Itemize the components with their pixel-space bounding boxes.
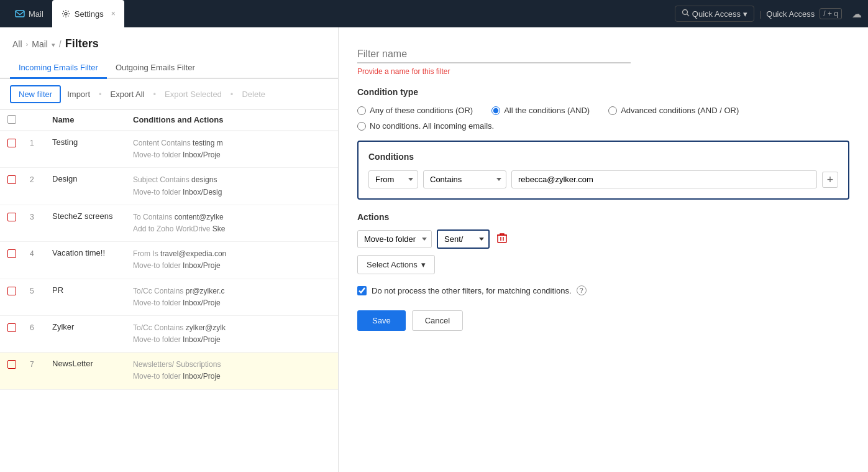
- condition-field-select[interactable]: From To Cc Subject: [368, 170, 418, 188]
- row-conditions: To/Cc Contains zylker@zylk Move-to folde…: [133, 322, 331, 346]
- action-folder-select[interactable]: Sent/ Inbox/ Trash/ Archive/: [437, 229, 490, 249]
- import-button[interactable]: Import: [67, 90, 90, 99]
- main-container: All › Mail ▾ / Filters Incoming Emails F…: [0, 27, 868, 472]
- no-process-checkbox[interactable]: [357, 286, 367, 295]
- breadcrumb-current: Filters: [65, 37, 99, 50]
- row-name: Design: [52, 174, 133, 183]
- quick-access-dropdown[interactable]: Quick Access ▾: [675, 6, 754, 22]
- settings-tab-label: Settings: [75, 9, 104, 19]
- tab-outgoing[interactable]: Outgoing Emails Filter: [107, 58, 204, 79]
- cancel-button[interactable]: Cancel: [412, 310, 463, 331]
- radio-any[interactable]: Any of these conditions (OR): [357, 106, 473, 115]
- no-process-label: Do not process the other filters, for ma…: [372, 286, 572, 295]
- row-number: 3: [30, 211, 52, 221]
- mail-tab[interactable]: Mail: [6, 0, 52, 27]
- svg-rect-4: [498, 235, 506, 243]
- breadcrumb-mail[interactable]: Mail ▾: [32, 39, 55, 49]
- table-row[interactable]: 6 Zylker To/Cc Contains zylker@zylk Move…: [0, 316, 338, 353]
- action-row-1: Move-to folder Copy-to folder Mark as Fo…: [357, 229, 849, 249]
- radio-any-input[interactable]: [357, 106, 366, 115]
- actions-section: Actions Move-to folder Copy-to folder Ma…: [357, 212, 849, 274]
- delete-button[interactable]: Delete: [242, 90, 265, 99]
- svg-line-3: [687, 14, 689, 17]
- settings-icon: [61, 9, 71, 19]
- left-panel: All › Mail ▾ / Filters Incoming Emails F…: [0, 27, 339, 472]
- right-panel: Provide a name for this filter Condition…: [339, 27, 868, 472]
- row-checkbox[interactable]: [7, 359, 30, 371]
- row-name: StecheZ screens: [52, 211, 133, 221]
- table-row[interactable]: 4 Vacation time!! From Is travel@expedia…: [0, 242, 338, 279]
- condition-type-title: Condition type: [357, 87, 849, 97]
- toolbar: New filter Import • Export All • Export …: [0, 79, 338, 110]
- header-name: Name: [52, 115, 133, 126]
- radio-no-conditions-input[interactable]: [357, 122, 366, 131]
- export-all-button[interactable]: Export All: [111, 90, 145, 99]
- row-checkbox[interactable]: [7, 248, 30, 260]
- cloud-icon[interactable]: ☁: [852, 8, 862, 20]
- select-actions-button[interactable]: Select Actions ▾: [357, 255, 435, 274]
- row-conditions: To Contains content@zylke Add to Zoho Wo…: [133, 211, 331, 235]
- select-actions-chevron: ▾: [421, 260, 426, 269]
- condition-value-input[interactable]: [511, 170, 817, 188]
- quick-access-shortcut: / + q: [820, 8, 842, 19]
- row-number: 2: [30, 174, 52, 184]
- condition-type-radio-group: Any of these conditions (OR) All the con…: [357, 106, 849, 115]
- filter-table: Name Conditions and Actions 1 Testing Co…: [0, 110, 338, 472]
- close-tab-icon[interactable]: ×: [111, 9, 116, 18]
- row-checkbox[interactable]: [7, 211, 30, 223]
- radio-all-input[interactable]: [491, 106, 500, 115]
- save-button[interactable]: Save: [357, 310, 406, 331]
- header-conditions: Conditions and Actions: [133, 115, 331, 126]
- row-checkbox[interactable]: [7, 285, 30, 297]
- table-row[interactable]: 1 Testing Content Contains testing m Mov…: [0, 131, 338, 168]
- row-checkbox[interactable]: [7, 174, 30, 186]
- header-checkbox[interactable]: [7, 115, 30, 126]
- radio-no-conditions[interactable]: No conditions. All incoming emails.: [357, 121, 849, 131]
- breadcrumb-all[interactable]: All: [12, 39, 22, 49]
- quick-access-area: Quick Access ▾ | Quick Access / + q ☁: [675, 6, 862, 22]
- bottom-buttons: Save Cancel: [357, 310, 849, 331]
- radio-advanced-input[interactable]: [608, 106, 617, 115]
- radio-advanced[interactable]: Advanced conditions (AND / OR): [608, 106, 739, 115]
- export-selected-button[interactable]: Export Selected: [165, 90, 222, 99]
- mail-tab-label: Mail: [29, 9, 43, 19]
- no-process-row: Do not process the other filters, for ma…: [357, 285, 849, 295]
- row-number: 7: [30, 359, 52, 369]
- condition-operator-select[interactable]: Contains Does not contain Is Is not: [423, 170, 506, 188]
- row-number: 4: [30, 248, 52, 258]
- row-conditions: Newsletters/ Subscriptions Move-to folde…: [133, 359, 331, 382]
- row-checkbox[interactable]: [7, 137, 30, 149]
- action-type-select[interactable]: Move-to folder Copy-to folder Mark as Fo…: [357, 230, 432, 248]
- mail-icon: [15, 9, 25, 19]
- row-number: 5: [30, 285, 52, 295]
- table-row[interactable]: 7 NewsLetter Newsletters/ Subscriptions …: [0, 353, 338, 389]
- row-conditions: From Is travel@expedia.con Move-to folde…: [133, 248, 331, 272]
- row-name: NewsLetter: [52, 359, 133, 368]
- quick-access-dropdown-icon: ▾: [743, 9, 747, 19]
- select-actions-label: Select Actions: [367, 260, 418, 269]
- filter-tabs: Incoming Emails Filter Outgoing Emails F…: [0, 58, 338, 79]
- filter-name-error: Provide a name for this filter: [357, 67, 849, 76]
- table-row[interactable]: 5 PR To/Cc Contains pr@zylker.c Move-to …: [0, 279, 338, 316]
- table-row[interactable]: 2 Design Subject Contains designs Move-t…: [0, 168, 338, 205]
- new-filter-button[interactable]: New filter: [10, 85, 61, 103]
- svg-point-2: [682, 10, 687, 15]
- row-conditions: To/Cc Contains pr@zylker.c Move-to folde…: [133, 285, 331, 309]
- filter-name-input[interactable]: [357, 46, 631, 63]
- row-number: 1: [30, 137, 52, 147]
- tab-incoming[interactable]: Incoming Emails Filter: [10, 58, 107, 79]
- row-checkbox[interactable]: [7, 322, 30, 334]
- row-name: Testing: [52, 137, 133, 147]
- row-name: Zylker: [52, 322, 133, 331]
- radio-all[interactable]: All the conditions (AND): [491, 106, 590, 115]
- delete-action-button[interactable]: [495, 230, 509, 249]
- table-row[interactable]: 3 StecheZ screens To Contains content@zy…: [0, 205, 338, 242]
- quick-access-label: Quick Access: [692, 9, 741, 19]
- settings-tab[interactable]: Settings ×: [52, 0, 124, 27]
- row-conditions: Subject Contains designs Move-to folder …: [133, 174, 331, 198]
- help-icon[interactable]: ?: [577, 285, 587, 295]
- add-condition-button[interactable]: +: [822, 172, 838, 188]
- table-header: Name Conditions and Actions: [0, 110, 338, 131]
- row-conditions: Content Contains testing m Move-to folde…: [133, 137, 331, 161]
- actions-section-title: Actions: [357, 212, 849, 222]
